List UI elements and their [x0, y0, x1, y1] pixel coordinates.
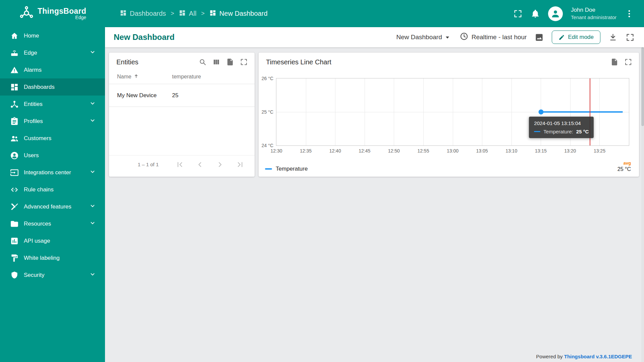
x-axis-tick-label: 13:25: [594, 148, 605, 154]
more-menu-button[interactable]: [625, 9, 634, 18]
entities-table: Name temperature My New Device 25 1 –: [109, 69, 255, 177]
sidebar-item-label: Alarms: [24, 67, 96, 73]
chevron-down-icon: [89, 168, 96, 177]
download-icon: [608, 33, 618, 42]
sidebar-item-rule-chains[interactable]: Rule chains: [0, 181, 105, 198]
table-row[interactable]: My New Device 25: [109, 84, 255, 107]
entities-widget-header: Entities: [109, 53, 255, 69]
powered-by-prefix: Powered by: [536, 354, 562, 359]
advanced-icon: [10, 202, 19, 211]
scrollbar-track[interactable]: [641, 47, 644, 362]
notifications-button[interactable]: [531, 9, 540, 18]
last-page-button[interactable]: [236, 160, 245, 169]
timewindow-button[interactable]: Realtime - last hour: [460, 32, 527, 43]
legend-item-temperature[interactable]: Temperature: [265, 166, 308, 173]
chevron-right-icon: [216, 160, 224, 169]
chart-fullscreen-button[interactable]: [624, 58, 632, 66]
export-chart-button[interactable]: [610, 58, 619, 66]
topbar-actions: John Doe Tenant administrator: [513, 6, 634, 21]
entities-widget: Entities: [109, 53, 255, 177]
dashboards-grid-icon: [179, 9, 186, 18]
edge-icon: [10, 49, 19, 57]
x-axis-tick-label: 13:15: [535, 148, 547, 154]
chevron-down-icon: [89, 117, 96, 126]
x-axis-tick-label: 12:45: [359, 148, 370, 154]
breadcrumb-item-all[interactable]: All: [179, 9, 196, 18]
chevron-down-icon: [89, 100, 96, 109]
sidebar-item-profiles[interactable]: Profiles: [0, 113, 105, 130]
sidebar-item-advanced-features[interactable]: Advanced features: [0, 198, 105, 215]
dashboards-grid-icon: [120, 9, 127, 18]
chart-tooltip: 2024-01-05 13:15:04 Temperature: 25 °C: [529, 117, 594, 138]
person-icon: [550, 8, 561, 19]
thingsboard-logo[interactable]: ThingsBoard Edge: [0, 0, 105, 27]
first-page-icon: [175, 160, 184, 169]
column-header-name[interactable]: Name: [109, 73, 172, 80]
export-table-button[interactable]: [226, 58, 234, 66]
sidebar-item-label: Rule chains: [24, 186, 96, 193]
avatar[interactable]: [548, 6, 563, 21]
scrollbar-thumb[interactable]: [641, 47, 644, 126]
aggregation-label: avg: [624, 161, 631, 166]
chart-plot-area[interactable]: 2024-01-05 13:15:04 Temperature: 25 °C 1…: [276, 78, 629, 146]
sidebar-item-users[interactable]: Users: [0, 147, 105, 164]
sidebar-item-edge[interactable]: Edge: [0, 44, 105, 61]
series-color-dash: [534, 131, 540, 132]
fullscreen-icon: [240, 58, 248, 66]
sidebar-item-label: API usage: [24, 238, 96, 244]
sidebar-item-white-labeling[interactable]: White labeling: [0, 249, 105, 266]
tooltip-series-label: Temperature:: [543, 129, 573, 134]
sidebar-item-dashboards[interactable]: Dashboards: [0, 78, 105, 96]
previous-page-button[interactable]: [196, 160, 204, 169]
column-header-label: Name: [117, 74, 131, 80]
dashboard-fullscreen-button[interactable]: [626, 33, 635, 42]
brand-text: ThingsBoard Edge: [38, 7, 86, 20]
fullscreen-toggle-button[interactable]: [513, 9, 523, 18]
breadcrumb-item-new-dashboard[interactable]: New Dashboard: [209, 9, 267, 18]
pagination-range-label: 1 – 1 of 1: [138, 162, 159, 167]
sidebar-item-customers[interactable]: Customers: [0, 130, 105, 147]
dashboard-image-button[interactable]: [535, 33, 544, 42]
sidebar: ThingsBoard Edge HomeEdgeAlarmsDashboard…: [0, 0, 105, 362]
chevron-down-icon: [89, 219, 96, 228]
widget-fullscreen-button[interactable]: [240, 58, 248, 66]
page-title: New Dashboard: [114, 33, 174, 42]
timeseries-chart-widget: Timeseries Line Chart 2024-01-05 13:15:0…: [259, 53, 639, 177]
x-axis-tick-label: 12:35: [300, 148, 312, 154]
x-axis-tick-label: 12:55: [417, 148, 429, 154]
search-button[interactable]: [199, 58, 207, 66]
sidebar-item-label: Security: [24, 272, 84, 279]
sidebar-item-home[interactable]: Home: [0, 27, 105, 44]
next-page-button[interactable]: [216, 160, 224, 169]
dashboard-state-select[interactable]: New Dashboard: [396, 33, 451, 41]
clock-icon: [460, 32, 469, 43]
sidebar-item-entities[interactable]: Entities: [0, 96, 105, 113]
columns-button[interactable]: [212, 58, 220, 66]
sidebar-item-alarms[interactable]: Alarms: [0, 61, 105, 78]
x-axis-tick-label: 12:30: [270, 148, 282, 154]
paginator: 1 – 1 of 1: [109, 155, 255, 173]
brand-edition: Edge: [75, 15, 86, 20]
first-page-button[interactable]: [175, 160, 184, 169]
export-dashboard-button[interactable]: [608, 33, 618, 42]
brand-name: ThingsBoard: [38, 7, 86, 15]
rule-chains-icon: [10, 185, 19, 194]
sidebar-item-label: Users: [24, 152, 96, 159]
topbar: Dashboards>All>New Dashboard John Doe Te…: [105, 0, 644, 27]
column-header-temperature[interactable]: temperature: [172, 74, 255, 80]
thingsboard-logo-icon: [19, 5, 34, 22]
sidebar-item-security[interactable]: Security: [0, 266, 105, 284]
last-page-icon: [236, 160, 245, 169]
sidebar-item-integrations-center[interactable]: Integrations center: [0, 164, 105, 181]
breadcrumb-label: New Dashboard: [219, 10, 267, 17]
sidebar-item-api-usage[interactable]: API usage: [0, 232, 105, 249]
x-axis-tick-label: 13:05: [476, 148, 488, 154]
alarms-icon: [10, 66, 19, 74]
edit-mode-button[interactable]: Edit mode: [552, 31, 600, 44]
x-axis-tick-label: 13:00: [447, 148, 459, 154]
sidebar-item-resources[interactable]: Resources: [0, 215, 105, 232]
breadcrumb-item-dashboards[interactable]: Dashboards: [120, 9, 166, 18]
version-link[interactable]: Thingsboard v.3.6.1EDGEPE: [564, 354, 632, 359]
chevron-down-icon: [89, 48, 96, 57]
main-area: Dashboards>All>New Dashboard John Doe Te…: [105, 0, 644, 362]
